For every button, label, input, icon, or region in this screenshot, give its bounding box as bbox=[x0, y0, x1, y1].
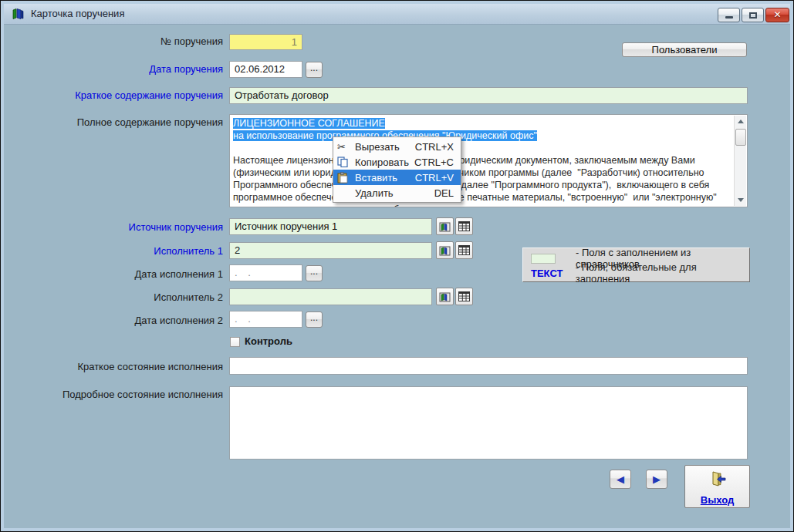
minimize-icon bbox=[725, 16, 733, 19]
source-field[interactable]: Источник поручения 1 bbox=[229, 218, 432, 235]
executor1-field[interactable]: 2 bbox=[229, 242, 432, 259]
order-date-field[interactable]: 02.06.2012 bbox=[229, 61, 302, 78]
context-menu: ✂ Вырезать CTRL+X Копировать CTRL+C Вста… bbox=[333, 136, 461, 203]
table-icon bbox=[458, 245, 470, 255]
text-line: на использование программного обеспечени… bbox=[230, 130, 747, 142]
title-bar[interactable]: Карточка поручения ✕ bbox=[2, 2, 792, 25]
prev-arrow-icon: ◀ bbox=[617, 474, 624, 484]
source-card-file-button[interactable] bbox=[436, 217, 454, 235]
exec-date1-field[interactable]: . . bbox=[229, 264, 302, 281]
card-file-icon bbox=[439, 291, 451, 302]
scissors-icon: ✂ bbox=[337, 141, 355, 153]
executor1-table-button[interactable] bbox=[455, 241, 473, 259]
full-content-label: Полное содержание поручения bbox=[1, 116, 223, 128]
short-status-label: Краткое состояние исполнения bbox=[1, 361, 223, 372]
maximize-icon bbox=[749, 12, 757, 19]
number-label: № поручения bbox=[1, 35, 223, 47]
text-line: документацию, которые являются объектом … bbox=[230, 204, 747, 207]
paste-icon bbox=[337, 172, 355, 184]
door-exit-icon bbox=[708, 470, 727, 488]
text-line: (физическим или юридическим лицом) и раз… bbox=[230, 167, 747, 179]
close-button[interactable]: ✕ bbox=[765, 8, 789, 22]
next-record-button[interactable]: ▶ bbox=[646, 470, 667, 489]
maximize-button[interactable] bbox=[742, 8, 764, 22]
text-line: программное обеспечение, а также сопутст… bbox=[230, 191, 747, 204]
prev-record-button[interactable]: ◀ bbox=[610, 470, 631, 489]
exec-date2-browse-button[interactable]: ... bbox=[306, 311, 323, 328]
scroll-up-icon[interactable] bbox=[735, 116, 747, 127]
table-icon bbox=[458, 291, 470, 301]
executor2-label: Исполнитель 2 bbox=[1, 291, 223, 303]
full-content-scrollbar[interactable] bbox=[734, 116, 746, 206]
card-file-icon bbox=[439, 244, 451, 256]
window-title: Карточка поручения bbox=[31, 8, 124, 19]
full-content-textarea[interactable]: ЛИЦЕНЗИОННОЕ СОГЛАШЕНИЕ на использование… bbox=[229, 114, 748, 207]
exit-button[interactable]: Выход bbox=[684, 465, 750, 508]
order-date-browse-button[interactable]: ... bbox=[306, 62, 323, 78]
green-field-swatch bbox=[531, 254, 556, 264]
executor1-card-file-button[interactable] bbox=[436, 241, 454, 259]
assignment-card-window: Карточка поручения ✕ № поручения 1 Польз… bbox=[0, 0, 794, 532]
exit-button-label: Выход bbox=[685, 494, 749, 506]
short-status-field[interactable] bbox=[229, 357, 748, 375]
legend-panel: - Поля с заполнением из справочников ТЕК… bbox=[522, 247, 750, 282]
source-table-button[interactable] bbox=[455, 217, 473, 235]
legend-required-term: ТЕКСТ bbox=[531, 268, 569, 279]
exec-date2-label: Дата исполнения 2 bbox=[1, 315, 223, 326]
executor2-card-file-button[interactable] bbox=[436, 288, 454, 305]
executor2-table-button[interactable] bbox=[455, 288, 473, 305]
menu-item-paste[interactable]: Вставить CTRL+V bbox=[333, 170, 461, 185]
copy-icon bbox=[337, 157, 355, 167]
text-line bbox=[230, 142, 747, 154]
minimize-button[interactable] bbox=[718, 8, 740, 22]
table-icon bbox=[458, 221, 470, 231]
scroll-down-icon[interactable] bbox=[735, 194, 747, 206]
exec-date1-browse-button[interactable]: ... bbox=[306, 265, 323, 281]
control-checkbox-label: Контроль bbox=[245, 335, 292, 347]
users-button[interactable]: Пользователи bbox=[622, 42, 747, 57]
text-line: Настоящее лицензионное соглашение являет… bbox=[230, 154, 747, 167]
text-line: ЛИЦЕНЗИОННОЕ СОГЛАШЕНИЕ bbox=[230, 117, 747, 130]
scroll-thumb[interactable] bbox=[735, 129, 746, 146]
menu-item-copy[interactable]: Копировать CTRL+C bbox=[333, 154, 461, 170]
card-file-icon bbox=[439, 221, 451, 232]
executor2-field[interactable] bbox=[229, 288, 432, 305]
menu-item-delete[interactable]: Удалить DEL bbox=[333, 185, 461, 200]
short-content-label: Краткое содержание поручения bbox=[1, 89, 223, 101]
source-label: Источник поручения bbox=[1, 221, 223, 233]
number-field[interactable]: 1 bbox=[229, 34, 302, 50]
text-line: Программного обеспечения "Юридический оф… bbox=[230, 179, 747, 191]
order-date-label: Дата поручения bbox=[1, 63, 223, 75]
next-arrow-icon: ▶ bbox=[653, 474, 661, 484]
exec-date2-field[interactable]: . . bbox=[229, 311, 302, 328]
full-status-label: Подробное состояние исполнения bbox=[1, 389, 223, 400]
control-checkbox[interactable] bbox=[230, 337, 240, 347]
executor1-label: Исполнитель 1 bbox=[1, 245, 223, 257]
books-icon bbox=[12, 7, 25, 20]
close-icon: ✕ bbox=[766, 9, 789, 20]
exec-date1-label: Дата исполнения 1 bbox=[1, 268, 223, 280]
short-content-field[interactable]: Отработать договор bbox=[229, 87, 748, 104]
full-status-textarea[interactable] bbox=[229, 386, 748, 460]
menu-item-cut[interactable]: ✂ Вырезать CTRL+X bbox=[333, 139, 461, 154]
legend-required-text: - Поля, обязательные для заполнения bbox=[576, 261, 746, 285]
